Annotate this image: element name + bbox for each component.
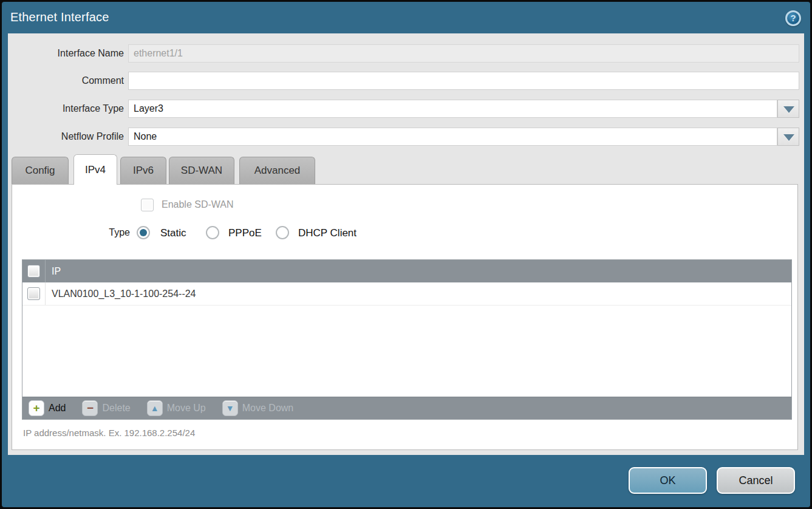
comment-label: Comment (8, 72, 124, 90)
move-up-button[interactable]: ▲ Move Up (147, 400, 206, 416)
ip-address-table: IP VLAN0100_L3_10-1-100-254--24 + (22, 259, 792, 420)
ipv4-tab-panel: Enable SD-WAN Type Static PPPoE DHCP Cli… (12, 184, 798, 450)
interface-type-dropdown-button[interactable] (777, 100, 799, 118)
help-icon[interactable]: ? (785, 10, 801, 26)
dialog-frame: Ethernet Interface ? Interface Name Comm… (2, 2, 810, 507)
table-header: IP (22, 260, 791, 282)
add-button-label: Add (49, 403, 66, 414)
chevron-down-icon (783, 134, 794, 141)
radio-static[interactable] (137, 226, 150, 239)
table-toolbar: + Add − Delete ▲ Move Up ▼ (22, 397, 791, 419)
tab-ipv6[interactable]: IPv6 (120, 157, 166, 184)
arrow-up-icon: ▲ (147, 400, 163, 416)
type-row: Type Static PPPoE DHCP Client (12, 226, 797, 241)
row-checkbox-cell (22, 282, 46, 305)
move-down-button-label: Move Down (242, 403, 293, 414)
plus-icon: + (29, 400, 44, 416)
netflow-profile-dropdown-button[interactable] (777, 128, 799, 146)
select-all-cell (22, 260, 46, 282)
netflow-profile-label: Netflow Profile (8, 128, 124, 146)
enable-sdwan-checkbox[interactable] (141, 199, 154, 211)
cancel-button[interactable]: Cancel (717, 467, 795, 494)
chevron-down-icon (783, 106, 794, 113)
ethernet-interface-dialog: Ethernet Interface ? Interface Name Comm… (0, 0, 812, 509)
radio-dot (140, 229, 147, 236)
tab-config[interactable]: Config (12, 157, 69, 184)
tab-sd-wan[interactable]: SD-WAN (169, 157, 234, 184)
move-down-button[interactable]: ▼ Move Down (222, 400, 293, 416)
radio-pppoe[interactable] (206, 226, 219, 239)
ok-button[interactable]: OK (629, 467, 707, 494)
ip-format-hint: IP address/netmask. Ex. 192.168.2.254/24 (23, 428, 195, 438)
radio-static-label: Static (160, 227, 186, 239)
table-body: VLAN0100_L3_10-1-100-254--24 (22, 282, 791, 397)
table-row[interactable]: VLAN0100_L3_10-1-100-254--24 (22, 282, 791, 306)
radio-pppoe-label: PPPoE (228, 227, 262, 239)
enable-sdwan-label: Enable SD-WAN (162, 199, 234, 210)
minus-icon: − (82, 400, 98, 416)
type-label: Type (69, 227, 130, 238)
interface-type-select[interactable]: Layer3 (128, 100, 777, 118)
arrow-down-icon: ▼ (222, 400, 238, 416)
radio-dhcp-client-label: DHCP Client (298, 227, 357, 239)
comment-field[interactable] (128, 72, 799, 90)
row-checkbox[interactable] (27, 287, 40, 300)
add-button[interactable]: + Add (29, 400, 66, 416)
tab-advanced[interactable]: Advanced (239, 157, 315, 184)
ip-column-header: IP (46, 266, 61, 277)
interface-type-label: Interface Type (8, 100, 124, 118)
dialog-content: Interface Name Comment Interface Type La… (8, 33, 804, 455)
move-up-button-label: Move Up (167, 403, 206, 414)
netflow-profile-select[interactable]: None (128, 128, 777, 146)
delete-button[interactable]: − Delete (82, 400, 130, 416)
radio-dhcp-client[interactable] (276, 226, 289, 239)
ip-cell-value: VLAN0100_L3_10-1-100-254--24 (46, 289, 196, 299)
enable-sdwan-row: Enable SD-WAN (12, 199, 797, 213)
tab-ipv4[interactable]: IPv4 (73, 154, 117, 185)
interface-name-label: Interface Name (8, 44, 124, 63)
delete-button-label: Delete (102, 403, 130, 414)
interface-name-field (128, 44, 799, 63)
select-all-checkbox[interactable] (27, 265, 40, 278)
dialog-title: Ethernet Interface (10, 10, 109, 24)
title-bar: Ethernet Interface ? (2, 2, 810, 33)
